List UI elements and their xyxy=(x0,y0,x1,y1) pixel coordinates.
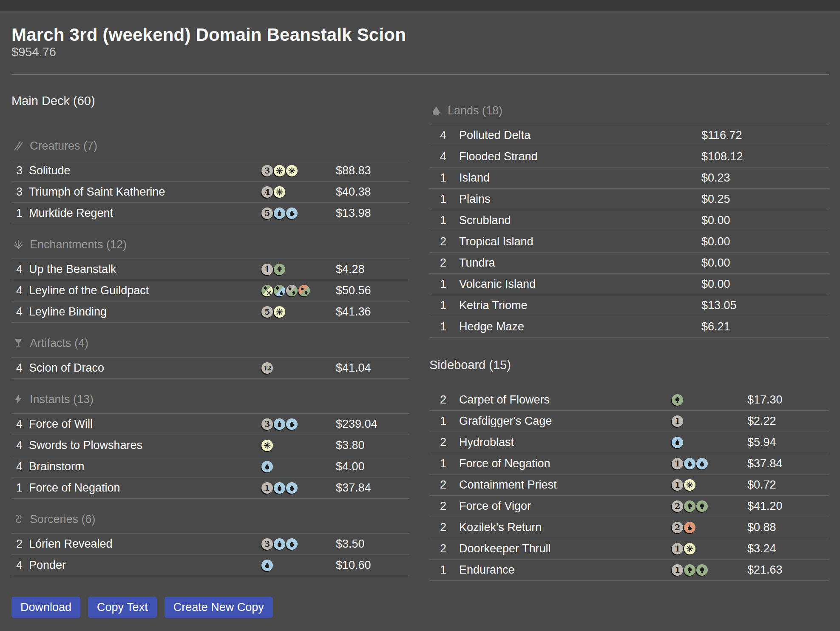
card-row[interactable]: 3Solitude3$88.83 xyxy=(11,160,409,182)
card-qty: 4 xyxy=(16,559,29,572)
card-name[interactable]: Scion of Draco xyxy=(29,361,261,375)
mana-U-icon xyxy=(672,437,683,448)
card-row[interactable]: 3Triumph of Saint Katherine4$40.38 xyxy=(11,182,409,203)
card-row[interactable]: 1Scrubland$0.00 xyxy=(429,210,829,231)
card-name[interactable]: Up the Beanstalk xyxy=(29,263,261,276)
card-price: $116.72 xyxy=(701,129,829,142)
card-name[interactable]: Force of Will xyxy=(29,418,261,431)
create-new-copy-button[interactable]: Create New Copy xyxy=(165,597,273,618)
card-name[interactable]: Force of Vigor xyxy=(459,500,672,513)
deck-total-price: $954.76 xyxy=(11,45,56,59)
card-list: 2Lórien Revealed3$3.504Ponder$10.60 xyxy=(11,533,409,576)
card-price: $88.83 xyxy=(336,164,409,177)
mana-cost: 1 xyxy=(672,479,747,491)
card-name[interactable]: Island xyxy=(459,171,701,185)
card-row[interactable]: 1Force of Negation1$37.84 xyxy=(429,453,829,475)
card-row[interactable]: 1Plains$0.25 xyxy=(429,189,829,210)
mana-cost: 1 xyxy=(672,564,747,576)
card-row[interactable]: 1Endurance1$21.63 xyxy=(429,560,829,581)
card-name[interactable]: Grafdigger's Cage xyxy=(459,415,672,428)
section-header: Artifacts (4) xyxy=(11,335,409,352)
card-name[interactable]: Ketria Triome xyxy=(459,299,701,312)
card-name[interactable]: Containment Priest xyxy=(459,478,672,492)
card-row[interactable]: 1Hedge Maze$6.21 xyxy=(429,316,829,338)
card-name[interactable]: Endurance xyxy=(459,563,672,577)
card-row[interactable]: 4Flooded Strand$108.12 xyxy=(429,146,829,168)
card-name[interactable]: Force of Negation xyxy=(29,481,261,495)
card-name[interactable]: Ponder xyxy=(29,559,261,572)
card-name[interactable]: Triumph of Saint Katherine xyxy=(29,185,261,199)
card-row[interactable]: 2Doorkeeper Thrull1$3.24 xyxy=(429,538,829,560)
card-row[interactable]: 2Kozilek's Return2$0.88 xyxy=(429,517,829,538)
card-row[interactable]: 4Force of Will3$239.04 xyxy=(11,414,409,435)
download-button[interactable]: Download xyxy=(11,597,80,618)
card-row[interactable]: 4Leyline Binding5$41.36 xyxy=(11,301,409,323)
mana-cost: 2 xyxy=(672,522,747,533)
card-row[interactable]: 2Force of Vigor2$41.20 xyxy=(429,496,829,517)
card-row[interactable]: 4Swords to Plowshares$3.80 xyxy=(11,435,409,456)
card-name[interactable]: Lórien Revealed xyxy=(29,537,261,551)
card-name[interactable]: Brainstorm xyxy=(29,460,261,473)
card-row[interactable]: 2Lórien Revealed3$3.50 xyxy=(11,534,409,555)
copy-text-button[interactable]: Copy Text xyxy=(88,597,157,618)
card-price: $0.88 xyxy=(747,521,829,534)
card-name[interactable]: Hedge Maze xyxy=(459,320,701,333)
card-row[interactable]: 2Tropical Island$0.00 xyxy=(429,231,829,253)
card-name[interactable]: Swords to Plowshares xyxy=(29,439,261,452)
card-row[interactable]: 1Island$0.23 xyxy=(429,168,829,189)
card-name[interactable]: Force of Negation xyxy=(459,457,672,470)
card-qty: 2 xyxy=(440,478,459,492)
card-name[interactable]: Murktide Regent xyxy=(29,207,261,220)
mana-cost: 3 xyxy=(261,538,336,550)
card-name[interactable]: Leyline of the Guildpact xyxy=(29,284,261,297)
mana-generic-1-icon: 1 xyxy=(261,264,273,275)
card-name[interactable]: Doorkeeper Thrull xyxy=(459,542,672,555)
card-name[interactable]: Tundra xyxy=(459,256,701,270)
mana-U-icon xyxy=(286,538,298,550)
card-row[interactable]: 4Ponder$10.60 xyxy=(11,555,409,576)
card-price: $17.30 xyxy=(747,393,829,406)
mana-R-icon xyxy=(684,522,695,533)
card-row[interactable]: 1Murktide Regent5$13.98 xyxy=(11,203,409,224)
mana-generic-1-icon: 1 xyxy=(672,479,683,491)
card-row[interactable]: 1Ketria Triome$13.05 xyxy=(429,295,829,316)
card-name[interactable]: Carpet of Flowers xyxy=(459,393,672,406)
section-label: Creatures (7) xyxy=(30,139,97,153)
mana-W-icon xyxy=(684,543,695,554)
card-qty: 4 xyxy=(16,439,29,452)
main-deck-sections: Creatures (7)3Solitude3$88.833Triumph of… xyxy=(11,137,409,576)
card-row[interactable]: 4Brainstorm$4.00 xyxy=(11,456,409,478)
card-row[interactable]: 4Scion of Draco12$41.04 xyxy=(11,358,409,379)
card-row[interactable]: 2Containment Priest1$0.72 xyxy=(429,475,829,496)
card-price: $108.12 xyxy=(701,150,829,163)
card-row[interactable]: 4Polluted Delta$116.72 xyxy=(429,125,829,146)
card-price: $0.00 xyxy=(701,235,829,248)
main-deck-column: Main Deck (60) Creatures (7)3Solitude3$8… xyxy=(11,92,409,618)
card-name[interactable]: Volcanic Island xyxy=(459,278,701,291)
card-name[interactable]: Kozilek's Return xyxy=(459,521,672,534)
card-row[interactable]: 2Carpet of Flowers$17.30 xyxy=(429,389,829,411)
mana-W-icon xyxy=(261,440,273,451)
card-name[interactable]: Scrubland xyxy=(459,214,701,227)
card-price: $4.28 xyxy=(336,263,409,276)
card-name[interactable]: Hydroblast xyxy=(459,436,672,449)
deck-section: Artifacts (4)4Scion of Draco12$41.04 xyxy=(11,335,409,379)
card-row[interactable]: 1Force of Negation1$37.84 xyxy=(11,478,409,499)
card-qty: 2 xyxy=(440,436,459,449)
card-name[interactable]: Leyline Binding xyxy=(29,305,261,318)
mana-generic-2-icon: 2 xyxy=(672,522,683,533)
main-deck-heading: Main Deck (60) xyxy=(11,92,409,109)
card-name[interactable]: Plains xyxy=(459,193,701,206)
card-row[interactable]: 2Hydroblast$5.94 xyxy=(429,432,829,453)
creatures-icon xyxy=(13,140,24,151)
card-row[interactable]: 4Leyline of the Guildpact$50.56 xyxy=(11,280,409,301)
card-row[interactable]: 2Tundra$0.00 xyxy=(429,253,829,274)
section-label: Artifacts (4) xyxy=(30,337,88,350)
card-row[interactable]: 4Up the Beanstalk1$4.28 xyxy=(11,259,409,280)
card-name[interactable]: Flooded Strand xyxy=(459,150,701,163)
card-name[interactable]: Tropical Island xyxy=(459,235,701,248)
card-row[interactable]: 1Grafdigger's Cage1$2.22 xyxy=(429,411,829,432)
card-name[interactable]: Polluted Delta xyxy=(459,129,701,142)
card-row[interactable]: 1Volcanic Island$0.00 xyxy=(429,274,829,295)
card-name[interactable]: Solitude xyxy=(29,164,261,177)
